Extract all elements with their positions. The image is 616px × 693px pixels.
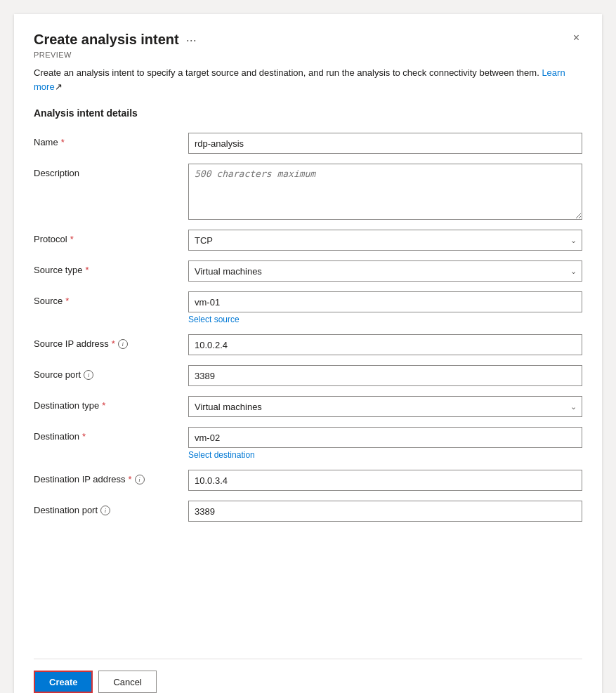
- destination-type-required: *: [102, 400, 105, 411]
- destination-ip-control-wrap: [188, 470, 582, 491]
- preview-label: PREVIEW: [34, 51, 582, 59]
- name-row: Name *: [34, 133, 582, 154]
- title-row: Create analysis intent ···: [34, 31, 197, 48]
- protocol-select-wrap: TCP UDP Any ⌄: [188, 230, 582, 251]
- destination-type-row: Destination type * Virtual machines IP a…: [34, 396, 582, 417]
- destination-type-select[interactable]: Virtual machines IP address Subnet: [188, 396, 582, 417]
- source-type-select-wrap: Virtual machines IP address Subnet ⌄: [188, 260, 582, 282]
- destination-port-label: Destination port i: [34, 501, 188, 515]
- source-port-info-icon[interactable]: i: [84, 370, 93, 380]
- protocol-select[interactable]: TCP UDP Any: [188, 230, 582, 251]
- source-label: Source *: [34, 291, 188, 306]
- menu-dots-icon[interactable]: ···: [186, 33, 197, 48]
- select-source-link[interactable]: Select source: [188, 315, 582, 324]
- protocol-row: Protocol * TCP UDP Any ⌄: [34, 230, 582, 251]
- protocol-control-wrap: TCP UDP Any ⌄: [188, 230, 582, 251]
- create-analysis-panel: Create analysis intent ··· × PREVIEW Cre…: [14, 14, 602, 693]
- panel-title: Create analysis intent: [34, 32, 179, 48]
- panel-header: Create analysis intent ··· ×: [34, 31, 582, 48]
- destination-port-info-icon[interactable]: i: [100, 506, 110, 515]
- destination-label: Destination *: [34, 427, 188, 442]
- name-input[interactable]: [188, 133, 582, 154]
- destination-row: Destination * Select destination: [34, 427, 582, 460]
- source-port-control-wrap: [188, 365, 582, 386]
- source-ip-required: *: [112, 338, 115, 349]
- source-port-label: Source port i: [34, 365, 188, 380]
- name-required: *: [61, 137, 65, 147]
- destination-ip-required: *: [129, 474, 132, 484]
- create-button[interactable]: Create: [34, 671, 93, 693]
- destination-ip-input[interactable]: [188, 470, 582, 491]
- source-port-input[interactable]: [188, 365, 582, 386]
- destination-port-control-wrap: [188, 501, 582, 522]
- close-button[interactable]: ×: [570, 31, 582, 45]
- source-ip-control-wrap: [188, 334, 582, 355]
- protocol-required: *: [70, 234, 74, 244]
- destination-input[interactable]: [188, 427, 582, 448]
- source-type-row: Source type * Virtual machines IP addres…: [34, 260, 582, 282]
- source-required: *: [65, 296, 69, 306]
- source-input[interactable]: [188, 291, 582, 312]
- protocol-label: Protocol *: [34, 230, 188, 244]
- section-title: Analysis intent details: [34, 107, 582, 119]
- destination-control-wrap: Select destination: [188, 427, 582, 460]
- source-type-control-wrap: Virtual machines IP address Subnet ⌄: [188, 260, 582, 282]
- source-ip-input[interactable]: [188, 334, 582, 355]
- source-type-required: *: [85, 265, 89, 275]
- description-control-wrap: [188, 164, 582, 220]
- source-type-label: Source type *: [34, 260, 188, 275]
- destination-port-input[interactable]: [188, 501, 582, 522]
- description-textarea[interactable]: [188, 164, 582, 220]
- description-label: Description: [34, 164, 188, 178]
- destination-type-control-wrap: Virtual machines IP address Subnet ⌄: [188, 396, 582, 417]
- name-label: Name *: [34, 133, 188, 147]
- destination-ip-info-icon[interactable]: i: [135, 475, 145, 484]
- destination-type-label: Destination type *: [34, 396, 188, 411]
- source-ip-row: Source IP address * i: [34, 334, 582, 355]
- source-port-row: Source port i: [34, 365, 582, 386]
- select-destination-link[interactable]: Select destination: [188, 450, 582, 460]
- destination-type-select-wrap: Virtual machines IP address Subnet ⌄: [188, 396, 582, 417]
- destination-port-row: Destination port i: [34, 501, 582, 522]
- destination-ip-row: Destination IP address * i: [34, 470, 582, 491]
- description-row: Description: [34, 164, 582, 220]
- cancel-button[interactable]: Cancel: [98, 671, 156, 693]
- destination-ip-label: Destination IP address * i: [34, 470, 188, 484]
- source-row: Source * Select source: [34, 291, 582, 324]
- panel-footer: Create Cancel: [34, 659, 582, 693]
- form-body: Analysis intent details Name * Descripti…: [34, 107, 582, 645]
- source-type-select[interactable]: Virtual machines IP address Subnet: [188, 260, 582, 282]
- source-ip-label: Source IP address * i: [34, 334, 188, 349]
- destination-required: *: [82, 431, 86, 442]
- source-ip-info-icon[interactable]: i: [118, 339, 128, 349]
- name-control-wrap: [188, 133, 582, 154]
- source-control-wrap: Select source: [188, 291, 582, 324]
- panel-description: Create an analysis intent to specify a t…: [34, 66, 582, 93]
